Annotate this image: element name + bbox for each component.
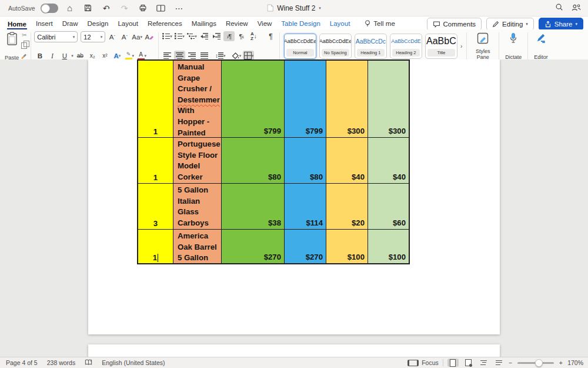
styles-pane-button[interactable]: Styles Pane — [470, 31, 496, 61]
rtl-paragraph-button[interactable]: ¶‹ — [236, 31, 247, 41]
price-cell[interactable]: $80 — [222, 138, 285, 184]
zoom-out-button[interactable]: − — [509, 359, 512, 366]
price-cell[interactable]: $38 — [222, 184, 285, 230]
tab-design[interactable]: Design — [87, 18, 109, 29]
description-cell[interactable]: Manual Grape Crusher / Destemmer With Ho… — [173, 61, 222, 138]
tab-table-design[interactable]: Table Design — [280, 18, 320, 29]
people-share-icon[interactable] — [572, 3, 581, 14]
font-size-select[interactable]: 12▾ — [81, 31, 105, 42]
price-cell[interactable]: $799 — [285, 61, 326, 138]
qty-cell[interactable]: 1 — [138, 230, 173, 263]
outline-view-button[interactable] — [478, 359, 489, 367]
multilevel-list-button[interactable]: ▾ — [186, 31, 198, 41]
qty-cell[interactable]: 1 — [138, 138, 173, 184]
numbering-button[interactable]: ▾ — [174, 31, 185, 41]
share-button[interactable]: Share ▾ — [539, 18, 583, 31]
home-icon[interactable]: ⌂ — [64, 3, 76, 13]
tab-references[interactable]: References — [147, 18, 183, 29]
document-canvas[interactable]: 1 Manual Grape Crusher / Destemmer With … — [0, 59, 588, 357]
tab-insert[interactable]: Insert — [35, 18, 54, 29]
language-indicator[interactable]: English (United States) — [102, 359, 165, 366]
change-case-button[interactable]: Aa▾ — [131, 32, 143, 42]
style-normal[interactable]: AaBbCcDdEe Normal — [284, 34, 316, 59]
print-layout-view-button[interactable] — [447, 359, 459, 367]
tab-review[interactable]: Review — [225, 18, 249, 29]
page-indicator[interactable]: Page 4 of 5 — [6, 359, 38, 366]
increase-indent-button[interactable] — [211, 31, 222, 41]
price-cell[interactable]: $40 — [326, 138, 368, 184]
tab-layout[interactable]: Layout — [117, 18, 139, 29]
price-cell[interactable]: $100 — [326, 230, 368, 263]
ltr-paragraph-button[interactable]: ›¶ — [223, 31, 235, 41]
style-heading1[interactable]: AaBbCcDc Heading 1 — [355, 34, 387, 59]
price-cell[interactable]: $60 — [368, 184, 409, 230]
proofing-icon[interactable]: × — [85, 359, 92, 367]
grow-font-button[interactable]: Aˆ — [106, 32, 118, 42]
show-marks-button[interactable]: ¶ — [265, 31, 276, 41]
tab-mailings[interactable]: Mailings — [191, 18, 217, 29]
tab-table-layout[interactable]: Layout — [329, 18, 351, 29]
redo-icon[interactable]: ↷ — [118, 4, 131, 13]
print-icon[interactable] — [136, 4, 149, 12]
qty-cell[interactable]: 1 — [138, 61, 173, 138]
editor-button[interactable]: Editor — [531, 31, 551, 61]
decrease-indent-button[interactable] — [199, 31, 210, 41]
price-cell[interactable]: $300 — [326, 61, 368, 138]
format-painter-icon[interactable] — [21, 52, 28, 59]
price-cell[interactable]: $114 — [285, 184, 326, 230]
zoom-in-button[interactable]: + — [559, 359, 563, 366]
tell-me-button[interactable]: Tell me — [365, 19, 395, 29]
tab-draw[interactable]: Draw — [62, 18, 79, 29]
word-count[interactable]: 238 words — [47, 359, 75, 366]
price-cell[interactable]: $20 — [326, 184, 368, 230]
copy-icon[interactable] — [21, 42, 27, 49]
zoom-slider-knob[interactable] — [535, 359, 543, 367]
editing-mode-button[interactable]: Editing ▾ — [486, 18, 534, 31]
style-no-spacing[interactable]: AaBbCcDdEe No Spacing — [319, 34, 352, 59]
paste-button[interactable]: Paste — [5, 31, 19, 61]
shrink-font-button[interactable]: Aˇ — [119, 32, 130, 42]
price-cell[interactable]: $40 — [368, 138, 409, 184]
desc-line: Portuguese — [178, 139, 219, 150]
immersive-view-button[interactable] — [463, 359, 474, 367]
tab-home[interactable]: Home — [7, 19, 27, 30]
sort-button[interactable]: AZ↓ — [248, 31, 259, 41]
zoom-slider[interactable] — [517, 362, 554, 364]
reading-view-icon[interactable] — [155, 5, 168, 12]
undo-button[interactable]: ↶▾ — [100, 4, 113, 13]
price-cell[interactable]: $799 — [222, 61, 285, 138]
qty-cell[interactable]: 3 — [138, 184, 173, 230]
more-icon[interactable]: ⋯ — [173, 4, 186, 13]
autosave-toggle[interactable] — [41, 4, 58, 13]
style-sample: AaBbC — [426, 34, 457, 49]
price-cell[interactable]: $270 — [222, 230, 285, 263]
save-icon[interactable] — [82, 4, 95, 12]
document-title-group[interactable]: Wine Stuff 2 ▾ — [267, 4, 321, 12]
style-heading2[interactable]: AaBbCcDdE Heading 2 — [390, 34, 422, 59]
description-cell[interactable]: America Oak Barrel 5 Gallon — [173, 230, 222, 263]
gallery-more-icon[interactable]: › — [460, 43, 462, 49]
bullets-button[interactable]: ▾ — [162, 31, 173, 41]
price-cell[interactable]: $270 — [285, 230, 326, 263]
style-title[interactable]: AaBbC Title — [425, 34, 457, 59]
editing-label: Editing — [502, 21, 523, 28]
comments-button[interactable]: Comments — [427, 18, 482, 31]
price-cell[interactable]: $300 — [368, 61, 409, 138]
price-cell[interactable]: $100 — [368, 230, 409, 263]
zoom-level[interactable]: 170% — [567, 359, 583, 366]
cut-icon[interactable]: ✂ — [22, 32, 26, 38]
description-cell[interactable]: 5 Gallon Italian Glass Carboys — [173, 184, 222, 230]
draft-view-button[interactable] — [493, 359, 505, 367]
tab-view[interactable]: View — [257, 18, 273, 29]
price-cell[interactable]: $80 — [285, 138, 326, 184]
page-5[interactable] — [88, 344, 500, 357]
search-icon[interactable] — [555, 3, 563, 14]
clear-formatting-button[interactable]: A — [144, 32, 155, 42]
focus-button[interactable]: Focus — [407, 359, 439, 366]
wine-equipment-table[interactable]: 1 Manual Grape Crusher / Destemmer With … — [137, 59, 410, 264]
description-cell[interactable]: Portuguese Style Floor Model Corker — [173, 138, 222, 184]
font-name-select[interactable]: Calibri▾ — [34, 31, 78, 42]
page-4[interactable]: 1 Manual Grape Crusher / Destemmer With … — [88, 59, 500, 334]
chevron-down-icon[interactable]: ▾ — [71, 54, 74, 58]
dictate-button[interactable]: Dictate — [502, 31, 524, 61]
